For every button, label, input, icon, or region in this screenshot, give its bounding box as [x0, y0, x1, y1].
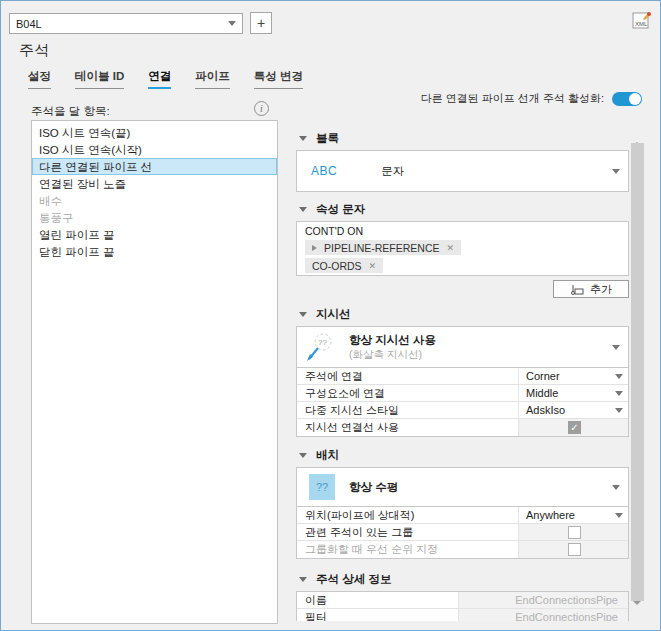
section-title: 배치	[316, 448, 339, 463]
add-attribute-button[interactable]: 추가	[553, 280, 629, 298]
dropdown-value: Anywhere	[526, 509, 615, 521]
setting-label: 관련 주석이 있는 그룹	[297, 524, 518, 540]
setting-row: 관련 주석이 있는 그룹	[297, 524, 628, 541]
right-panel-scrollbar[interactable]	[631, 127, 644, 617]
list-item-selected[interactable]: 다른 연결된 파이프 선	[32, 158, 277, 175]
section-placement-header[interactable]: 배치	[299, 447, 629, 463]
detail-name-value: EndConnectionsPipe	[458, 592, 628, 608]
dropdown-value: Corner	[526, 370, 615, 382]
attribute-tag[interactable]: CO-ORDS ✕	[305, 258, 383, 273]
placement-settings-grid: 위치(파이프에 상대적) Anywhere 관련 주석이 있는 그룹 그룹화할 …	[296, 507, 629, 559]
toggle-label: 다른 연결된 파이프 선개 주석 활성화:	[421, 91, 604, 106]
leader-mode-dropdown[interactable]: ?? 항상 지시선 사용 (화살촉 지시선)	[296, 326, 629, 368]
svg-text:??: ??	[318, 338, 327, 347]
placement-icon: ??	[309, 474, 335, 500]
attach-to-component-dropdown[interactable]: Middle	[518, 385, 628, 401]
instrument-icon	[570, 284, 584, 295]
position-dropdown[interactable]: Anywhere	[518, 507, 628, 523]
add-annotation-type-button[interactable]: +	[250, 12, 272, 34]
section-details-header[interactable]: 주석 상세 정보	[299, 571, 629, 587]
tab-table-id[interactable]: 테이블 ID	[75, 69, 124, 89]
remove-icon[interactable]: ✕	[447, 243, 455, 253]
remove-icon[interactable]: ✕	[369, 261, 377, 271]
attribute-list: CONT'D ON PIPELINE-REFERENCE ✕ CO-ORDS ✕	[296, 221, 629, 276]
list-item[interactable]: 닫힌 파이프 끝	[32, 243, 277, 260]
list-item[interactable]: 연결된 장비 노즐	[32, 175, 277, 192]
enable-annotation-toggle[interactable]	[612, 92, 642, 106]
toggle-knob	[629, 93, 641, 105]
annotate-items-label: 주석을 달 항목:	[31, 104, 110, 119]
chevron-down-icon	[615, 408, 623, 413]
expand-icon[interactable]	[312, 245, 317, 251]
section-attributes-header[interactable]: 속성 문자	[299, 201, 629, 217]
annotation-settings-window: B04L + XML 주석 설정 테이블 ID 연결 파이프 특성 변경 다른 …	[0, 0, 661, 631]
attribute-tag[interactable]: PIPELINE-REFERENCE ✕	[305, 240, 461, 255]
list-item[interactable]: ISO 시트 연속(끝)	[32, 124, 277, 141]
tab-property-change[interactable]: 특성 변경	[254, 69, 303, 89]
group-priority-checkbox[interactable]	[568, 543, 581, 556]
detail-filter-value: EndConnectionsPipe	[458, 609, 628, 621]
setting-label: 구성요소에 연결	[297, 385, 518, 401]
group-priority-cell	[518, 541, 628, 558]
tab-pipe[interactable]: 파이프	[195, 69, 230, 89]
attribute-static-item: CONT'D ON	[303, 224, 622, 239]
xml-edit-icon: XML	[631, 10, 652, 31]
collapse-icon	[299, 136, 307, 141]
chevron-down-icon	[615, 513, 623, 518]
info-icon[interactable]: i	[254, 101, 269, 116]
section-title: 주석 상세 정보	[316, 572, 391, 587]
attach-to-annotation-dropdown[interactable]: Corner	[518, 368, 628, 384]
project-selector[interactable]: B04L	[9, 13, 243, 34]
group-related-checkbox[interactable]	[568, 526, 581, 539]
chevron-down-icon	[612, 345, 620, 350]
tab-settings[interactable]: 설정	[28, 69, 51, 89]
detail-label: 필터	[297, 609, 458, 621]
mleader-style-dropdown[interactable]: AdskIso	[518, 402, 628, 418]
detail-row: 이름 EndConnectionsPipe	[297, 592, 628, 609]
section-title: 블록	[316, 131, 339, 146]
list-item[interactable]: ISO 시트 연속(시작)	[32, 141, 277, 158]
scroll-up-icon[interactable]	[633, 130, 642, 139]
attribute-tag-label: CO-ORDS	[312, 260, 362, 272]
details-grid: 이름 EndConnectionsPipe 필터 EndConnectionsP…	[296, 591, 629, 621]
list-item[interactable]: 통풍구	[32, 209, 277, 226]
attribute-tag-label: PIPELINE-REFERENCE	[324, 242, 440, 254]
annotation-properties-panel: 블록 ABC 문자 속성 문자 CONT'D ON PIPELINE-REFER…	[296, 127, 629, 621]
list-item[interactable]: 배수	[32, 192, 277, 209]
placement-mode-value: 항상 수평	[349, 480, 598, 495]
section-title: 지시선	[316, 307, 351, 322]
chevron-down-icon	[612, 485, 620, 490]
section-leader-header[interactable]: 지시선	[299, 306, 629, 322]
edit-xml-button[interactable]: XML	[631, 10, 652, 31]
placement-mode-dropdown[interactable]: ?? 항상 수평	[296, 467, 629, 507]
detail-row: 필터 EndConnectionsPipe	[297, 609, 628, 621]
scrollbar-thumb[interactable]	[631, 143, 644, 601]
text-style-icon: ABC	[311, 164, 337, 178]
setting-label: 그룹화할 때 우선 순위 지정	[297, 541, 518, 558]
collapse-icon	[299, 453, 307, 458]
section-block-header[interactable]: 블록	[299, 130, 629, 146]
svg-text:XML: XML	[635, 21, 648, 27]
dropdown-value: Middle	[526, 387, 615, 399]
leader-arrow-icon: ??	[305, 332, 335, 362]
use-leader-landing-checkbox[interactable]: ✓	[568, 421, 581, 434]
setting-row: 구성요소에 연결 Middle	[297, 385, 628, 402]
chevron-down-icon	[615, 391, 623, 396]
list-item[interactable]: 열린 파이프 끝	[32, 226, 277, 243]
block-style-dropdown[interactable]: ABC 문자	[296, 150, 629, 192]
setting-row: 지시선 연결선 사용 ✓	[297, 419, 628, 436]
detail-label: 이름	[297, 592, 458, 608]
setting-label: 다중 지시선 스타일	[297, 402, 518, 418]
scroll-down-icon[interactable]	[633, 605, 642, 614]
add-button-label: 추가	[590, 282, 612, 297]
use-leader-landing-cell: ✓	[518, 419, 628, 436]
setting-row: 위치(파이프에 상대적) Anywhere	[297, 507, 628, 524]
setting-row: 주석에 연결 Corner	[297, 368, 628, 385]
chevron-down-icon	[615, 374, 623, 379]
setting-label: 지시선 연결선 사용	[297, 419, 518, 436]
tab-connection[interactable]: 연결	[148, 69, 171, 89]
setting-row: 다중 지시선 스타일 AdskIso	[297, 402, 628, 419]
section-title: 속성 문자	[316, 202, 365, 217]
enable-annotation-toggle-row: 다른 연결된 파이프 선개 주석 활성화:	[421, 91, 642, 106]
group-related-cell	[518, 524, 628, 540]
